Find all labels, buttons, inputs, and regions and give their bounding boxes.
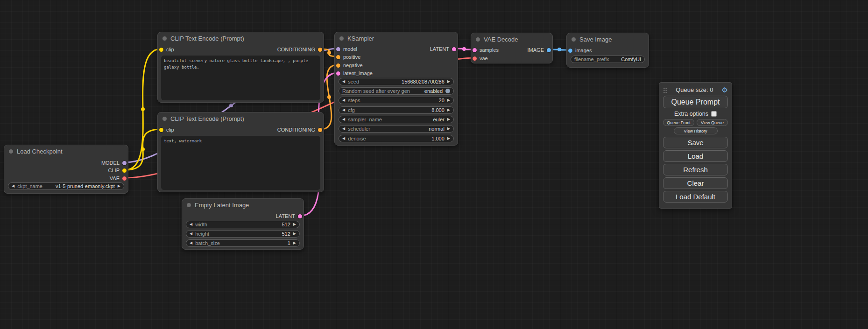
node-title-bar[interactable]: VAE Decode xyxy=(471,33,552,45)
slot-dot-icon[interactable] xyxy=(547,48,551,52)
input-slot-clip[interactable]: clip xyxy=(159,46,174,53)
node-vae-decode[interactable]: VAE Decode samples vae IMAGE xyxy=(471,33,553,63)
increment-arrow-icon[interactable]: ▶ xyxy=(447,118,450,121)
collapse-dot-icon[interactable] xyxy=(572,37,576,42)
node-save-image[interactable]: Save Image images filename_prefix ComfyU… xyxy=(566,33,649,68)
decrement-arrow-icon[interactable]: ◀ xyxy=(190,232,192,236)
node-clip-text-encode-positive[interactable]: CLIP Text Encode (Prompt) clip CONDITION… xyxy=(157,32,324,103)
sampler-name-widget[interactable]: ◀ sampler_name euler ▶ xyxy=(339,116,454,123)
input-slot-images[interactable]: images xyxy=(568,47,592,54)
save-button[interactable]: Save xyxy=(663,137,728,148)
slot-dot-icon[interactable] xyxy=(336,47,340,51)
slot-dot-icon[interactable] xyxy=(452,47,456,51)
increment-arrow-icon[interactable]: ▶ xyxy=(293,241,296,245)
load-default-button[interactable]: Load Default xyxy=(663,191,728,203)
node-title-bar[interactable]: CLIP Text Encode (Prompt) xyxy=(158,112,324,125)
decrement-arrow-icon[interactable]: ◀ xyxy=(190,223,192,226)
random-seed-widget[interactable]: Random seed after every gen enabled xyxy=(339,87,454,95)
node-title-bar[interactable]: Save Image xyxy=(567,33,649,45)
output-slot-latent[interactable]: LATENT xyxy=(276,212,302,220)
settings-gear-icon[interactable]: ⚙ xyxy=(722,86,728,93)
increment-arrow-icon[interactable]: ▶ xyxy=(293,223,296,226)
graph-canvas[interactable]: { "canvas": { "colors": { "model": "#B39… xyxy=(0,0,868,329)
collapse-dot-icon[interactable] xyxy=(476,37,480,42)
slot-dot-icon[interactable] xyxy=(336,63,340,68)
node-clip-text-encode-negative[interactable]: CLIP Text Encode (Prompt) clip CONDITION… xyxy=(157,112,324,192)
input-slot-positive[interactable]: positive xyxy=(336,53,360,61)
increment-arrow-icon[interactable]: ▶ xyxy=(447,80,450,84)
input-slot-negative[interactable]: negative xyxy=(336,62,363,69)
node-ksampler[interactable]: KSampler model positive negative latent_… xyxy=(334,32,458,146)
node-title-bar[interactable]: Load Checkpoint xyxy=(4,145,128,157)
scheduler-widget[interactable]: ◀ scheduler normal ▶ xyxy=(339,125,454,133)
input-slot-clip[interactable]: clip xyxy=(159,126,174,133)
slot-dot-icon[interactable] xyxy=(473,56,477,61)
queue-prompt-button[interactable]: Queue Prompt xyxy=(663,96,728,108)
negative-prompt-textarea[interactable]: text, watermark xyxy=(161,136,320,190)
slot-dot-icon[interactable] xyxy=(336,55,340,59)
positive-prompt-textarea[interactable]: beautiful scenery nature glass bottle la… xyxy=(161,56,320,100)
height-widget[interactable]: ◀ height 512 ▶ xyxy=(186,230,300,238)
output-slot-conditioning[interactable]: CONDITIONING xyxy=(277,126,322,133)
collapse-dot-icon[interactable] xyxy=(9,149,13,154)
decrement-arrow-icon[interactable]: ◀ xyxy=(342,80,345,84)
increment-arrow-icon[interactable]: ▶ xyxy=(447,108,450,112)
input-slot-vae[interactable]: vae xyxy=(473,55,488,62)
slot-dot-icon[interactable] xyxy=(318,48,322,52)
increment-arrow-icon[interactable]: ▶ xyxy=(293,232,296,236)
node-title-bar[interactable]: Empty Latent Image xyxy=(182,199,303,211)
width-widget[interactable]: ◀ width 512 ▶ xyxy=(186,221,300,228)
increment-arrow-icon[interactable]: ▶ xyxy=(118,184,120,188)
slot-dot-icon[interactable] xyxy=(568,49,572,53)
slot-dot-icon[interactable] xyxy=(336,71,340,76)
node-load-checkpoint[interactable]: Load Checkpoint MODEL CLIP VAE ◀ ckpt_na… xyxy=(4,145,128,194)
ckpt-name-widget[interactable]: ◀ ckpt_name v1-5-pruned-emaonly.ckpt ▶ xyxy=(8,182,124,190)
slot-dot-icon[interactable] xyxy=(159,48,163,52)
denoise-widget[interactable]: ◀ denoise 1.000 ▶ xyxy=(339,135,454,142)
input-slot-samples[interactable]: samples xyxy=(473,46,499,54)
input-slot-latent-image[interactable]: latent_image xyxy=(336,70,373,77)
seed-widget[interactable]: ◀ seed 156680208700286 ▶ xyxy=(339,78,454,85)
view-queue-button[interactable]: View Queue xyxy=(697,119,728,126)
increment-arrow-icon[interactable]: ▶ xyxy=(447,98,450,102)
queue-front-button[interactable]: Queue Front xyxy=(663,119,694,126)
steps-widget[interactable]: ◀ steps 20 ▶ xyxy=(339,97,454,104)
filename-prefix-widget[interactable]: filename_prefix ComfyUI xyxy=(571,56,645,63)
view-history-button[interactable]: View History xyxy=(674,127,718,134)
output-slot-conditioning[interactable]: CONDITIONING xyxy=(277,46,322,53)
slot-dot-icon[interactable] xyxy=(318,128,322,132)
node-title-bar[interactable]: KSampler xyxy=(335,32,458,44)
collapse-dot-icon[interactable] xyxy=(162,36,167,41)
load-button[interactable]: Load xyxy=(663,150,728,162)
decrement-arrow-icon[interactable]: ◀ xyxy=(342,137,345,140)
node-title-bar[interactable]: CLIP Text Encode (Prompt) xyxy=(158,32,324,44)
slot-dot-icon[interactable] xyxy=(122,161,127,165)
output-slot-clip[interactable]: CLIP xyxy=(108,167,127,174)
collapse-dot-icon[interactable] xyxy=(187,203,191,207)
collapse-dot-icon[interactable] xyxy=(162,117,167,121)
decrement-arrow-icon[interactable]: ◀ xyxy=(190,241,192,245)
node-empty-latent-image[interactable]: Empty Latent Image LATENT ◀ width 512 ▶ … xyxy=(182,198,304,250)
decrement-arrow-icon[interactable]: ◀ xyxy=(12,184,14,188)
slot-dot-icon[interactable] xyxy=(473,48,477,52)
input-slot-model[interactable]: model xyxy=(336,45,357,53)
decrement-arrow-icon[interactable]: ◀ xyxy=(342,108,345,112)
increment-arrow-icon[interactable]: ▶ xyxy=(447,137,450,140)
collapse-dot-icon[interactable] xyxy=(339,36,344,41)
slot-dot-icon[interactable] xyxy=(298,214,302,218)
clear-button[interactable]: Clear xyxy=(663,177,728,189)
slot-dot-icon[interactable] xyxy=(159,128,163,132)
slot-dot-icon[interactable] xyxy=(122,176,127,181)
extra-options-checkbox[interactable] xyxy=(711,111,717,117)
toggle-dot-icon[interactable] xyxy=(445,89,450,93)
output-slot-vae[interactable]: VAE xyxy=(110,175,127,182)
output-slot-image[interactable]: IMAGE xyxy=(528,46,551,54)
decrement-arrow-icon[interactable]: ◀ xyxy=(342,118,345,121)
increment-arrow-icon[interactable]: ▶ xyxy=(447,127,450,131)
output-slot-latent[interactable]: LATENT xyxy=(430,45,456,53)
output-slot-model[interactable]: MODEL xyxy=(101,159,127,167)
slot-dot-icon[interactable] xyxy=(122,168,127,173)
refresh-button[interactable]: Refresh xyxy=(663,164,728,175)
decrement-arrow-icon[interactable]: ◀ xyxy=(342,98,345,102)
cfg-widget[interactable]: ◀ cfg 8.000 ▶ xyxy=(339,106,454,114)
